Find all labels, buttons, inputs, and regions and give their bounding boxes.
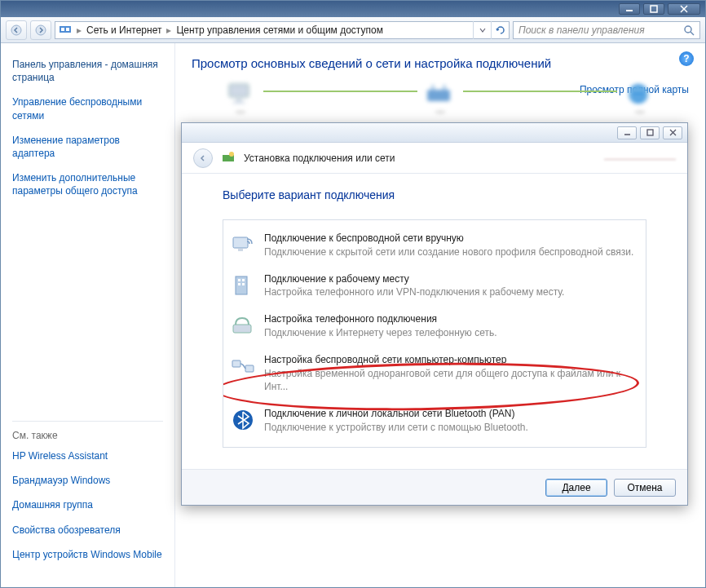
router-node-icon: — bbox=[424, 82, 457, 116]
svg-rect-25 bbox=[233, 237, 248, 248]
dialog-close-button[interactable] bbox=[663, 126, 682, 139]
dialog-header-text: Установка подключения или сети bbox=[244, 153, 395, 164]
seealso-link[interactable]: HP Wireless Assistant bbox=[12, 449, 163, 462]
svg-rect-27 bbox=[236, 276, 247, 294]
dialog-header-blur: ———————— bbox=[604, 153, 676, 163]
svg-point-24 bbox=[229, 152, 234, 157]
next-button[interactable]: Далее bbox=[545, 479, 607, 497]
window-titlebar bbox=[1, 1, 705, 17]
svg-rect-13 bbox=[232, 102, 245, 104]
breadcrumb-item[interactable]: Центр управления сетями и общим доступом bbox=[176, 24, 383, 36]
option-manual-wireless[interactable]: Подключение к беспроводной сети вручнуюП… bbox=[227, 225, 642, 266]
network-setup-icon bbox=[221, 151, 236, 166]
svg-rect-16 bbox=[443, 85, 445, 90]
sidebar: Панель управления - домашняя страница Уп… bbox=[1, 43, 175, 587]
dialog-subheading: Выберите вариант подключения bbox=[223, 188, 646, 201]
building-icon bbox=[230, 272, 256, 298]
search-input[interactable]: Поиск в панели управления bbox=[513, 21, 700, 39]
help-icon[interactable]: ? bbox=[679, 51, 694, 66]
breadcrumb-item[interactable]: Сеть и Интернет bbox=[86, 24, 161, 36]
seealso-link[interactable]: Центр устройств Windows Mobile bbox=[12, 548, 163, 561]
seealso-label: См. также bbox=[12, 421, 163, 441]
svg-rect-26 bbox=[238, 249, 243, 251]
dialog-maximize-button[interactable] bbox=[640, 126, 660, 139]
maximize-button[interactable] bbox=[643, 3, 664, 15]
refresh-button[interactable] bbox=[491, 21, 509, 39]
address-bar[interactable]: ▸ Сеть и Интернет ▸ Центр управления сет… bbox=[55, 21, 510, 39]
dialog-body: Выберите вариант подключения Подключение… bbox=[182, 174, 687, 469]
dialog-minimize-button[interactable] bbox=[617, 126, 637, 139]
bluetooth-icon bbox=[230, 407, 256, 433]
dialog-header: Установка подключения или сети ———————— bbox=[182, 143, 687, 174]
option-dialup[interactable]: Настройка телефонного подключенияПодключ… bbox=[227, 306, 642, 347]
svg-rect-30 bbox=[238, 283, 240, 285]
network-map: — — — bbox=[192, 82, 689, 116]
svg-rect-20 bbox=[647, 130, 653, 135]
svg-rect-11 bbox=[229, 84, 249, 97]
option-bluetooth[interactable]: Подключение к личной локальной сети Blue… bbox=[227, 400, 642, 441]
svg-rect-1 bbox=[651, 6, 657, 12]
network-icon bbox=[59, 24, 72, 37]
breadcrumb-sep-icon: ▸ bbox=[77, 24, 82, 36]
sidebar-link-adapter[interactable]: Изменение параметров адаптера bbox=[12, 134, 163, 160]
internet-node-icon: — bbox=[624, 82, 656, 116]
seealso-link[interactable]: Брандмауэр Windows bbox=[12, 474, 163, 487]
option-workplace[interactable]: Подключение к рабочему местуНастройка те… bbox=[227, 266, 642, 307]
search-icon bbox=[683, 24, 695, 36]
svg-point-17 bbox=[629, 84, 648, 104]
svg-rect-29 bbox=[242, 279, 245, 281]
connection-options-list[interactable]: Подключение к беспроводной сети вручнуюП… bbox=[223, 219, 646, 448]
breadcrumb-sep-icon: ▸ bbox=[166, 24, 171, 36]
sidebar-home-link[interactable]: Панель управления - домашняя страница bbox=[12, 58, 163, 84]
explorer-window: ▸ Сеть и Интернет ▸ Центр управления сет… bbox=[0, 0, 706, 588]
svg-point-4 bbox=[11, 25, 21, 35]
dialog-footer: Далее Отмена bbox=[182, 469, 687, 505]
monitor-wifi-icon bbox=[230, 232, 256, 258]
search-placeholder: Поиск в панели управления bbox=[518, 24, 683, 36]
phone-modem-icon bbox=[230, 312, 256, 338]
svg-rect-15 bbox=[432, 85, 434, 90]
computer-node-icon: — bbox=[224, 82, 257, 116]
setup-connection-dialog: Установка подключения или сети ———————— … bbox=[181, 122, 688, 506]
svg-rect-8 bbox=[66, 28, 69, 31]
sidebar-link-sharing[interactable]: Изменить дополнительные параметры общего… bbox=[12, 171, 163, 197]
svg-line-10 bbox=[691, 32, 694, 35]
seealso-link[interactable]: Свойства обозревателя bbox=[12, 524, 163, 537]
navigation-bar: ▸ Сеть и Интернет ▸ Центр управления сет… bbox=[1, 17, 705, 43]
svg-rect-14 bbox=[427, 90, 450, 101]
svg-point-5 bbox=[36, 25, 46, 35]
svg-rect-28 bbox=[238, 279, 240, 281]
page-heading: Просмотр основных сведений о сети и наст… bbox=[192, 56, 689, 70]
svg-rect-7 bbox=[61, 28, 64, 31]
dialog-titlebar bbox=[182, 123, 687, 143]
sidebar-link-wireless[interactable]: Управление беспроводными сетями bbox=[12, 95, 163, 122]
svg-rect-34 bbox=[245, 365, 254, 372]
adhoc-network-icon bbox=[230, 353, 256, 379]
minimize-button[interactable] bbox=[619, 3, 640, 15]
dialog-back-button[interactable] bbox=[193, 148, 213, 168]
svg-rect-32 bbox=[233, 325, 251, 333]
option-adhoc[interactable]: Настройка беспроводной сети компьютер-ко… bbox=[227, 347, 642, 400]
forward-button[interactable] bbox=[30, 20, 51, 40]
cancel-button[interactable]: Отмена bbox=[614, 479, 676, 497]
svg-rect-12 bbox=[236, 99, 242, 102]
seealso-link[interactable]: Домашняя группа bbox=[12, 498, 163, 511]
back-button[interactable] bbox=[6, 20, 27, 40]
history-dropdown-button[interactable] bbox=[473, 21, 491, 39]
svg-rect-33 bbox=[232, 360, 240, 367]
close-button[interactable] bbox=[668, 3, 700, 15]
svg-point-9 bbox=[685, 26, 691, 33]
svg-rect-31 bbox=[242, 283, 245, 285]
